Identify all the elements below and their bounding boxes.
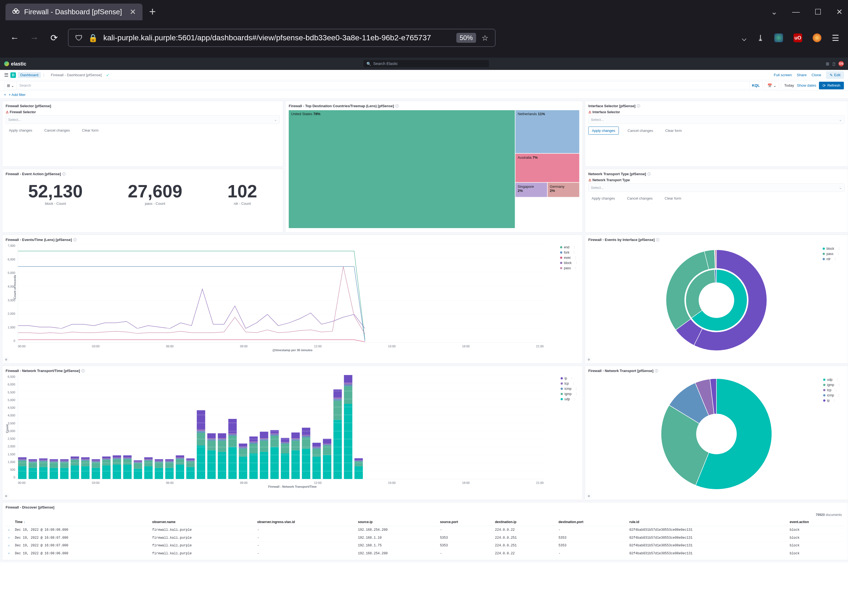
apply-changes-button[interactable]: Apply changes — [589, 127, 619, 135]
show-dates-link[interactable]: Show dates — [797, 83, 817, 88]
column-header[interactable]: destination.ip — [492, 518, 556, 526]
close-tab-icon[interactable]: ✕ — [130, 7, 136, 16]
treemap-cell-sg[interactable]: Singapore2% — [516, 183, 547, 197]
reload-button[interactable]: ⟳ — [48, 32, 60, 44]
new-tab-button[interactable]: + — [149, 5, 156, 18]
panel-treemap: Firewall - Top Destination Countries/Tre… — [285, 101, 583, 233]
shield-icon[interactable]: 🛡 — [75, 33, 83, 43]
info-icon[interactable]: i — [396, 104, 399, 107]
treemap-cell-au[interactable]: Australia 7% — [516, 153, 580, 182]
info-icon[interactable]: i — [73, 238, 77, 241]
help-icon[interactable]: ⍰ — [833, 61, 835, 66]
expand-row-icon[interactable]: › — [6, 542, 12, 549]
extension-1-icon[interactable] — [774, 33, 783, 42]
newsfeed-icon[interactable]: ⊞ — [826, 61, 829, 66]
query-input[interactable]: Search — [17, 82, 750, 90]
svg-rect-150 — [323, 444, 331, 445]
apply-changes-button[interactable]: Apply changes — [589, 194, 618, 202]
events-interface-donut[interactable]: block⋮pass⋮rdr⋮ — [589, 244, 845, 356]
bookmark-star-icon[interactable]: ☆ — [482, 33, 488, 43]
column-header[interactable]: observer.ingress.vlan.id — [254, 518, 355, 526]
user-avatar[interactable]: OS — [838, 61, 844, 67]
svg-rect-82 — [176, 455, 184, 457]
extension-3-icon[interactable] — [812, 33, 821, 42]
filter-options-icon[interactable]: ⊕ — [4, 94, 6, 96]
clear-form-button[interactable]: Clear form — [662, 127, 685, 135]
date-quick-select[interactable]: 📅 ⌄ — [764, 82, 779, 89]
space-selector[interactable]: D — [10, 73, 16, 78]
pocket-icon[interactable]: ⌵ — [742, 33, 747, 43]
panel-transport-type: Network Transport Type [pfSense]i ⚠Netwo… — [585, 169, 848, 233]
svg-rect-80 — [176, 459, 184, 459]
global-search-input[interactable]: 🔍 Search Elastic — [363, 60, 489, 68]
expand-row-icon[interactable]: › — [6, 534, 12, 542]
minimize-icon[interactable]: — — [792, 7, 800, 16]
add-filter-button[interactable]: + Add filter — [9, 93, 26, 97]
column-header[interactable]: observer.name — [150, 518, 254, 526]
cancel-changes-button[interactable]: Cancel changes — [624, 127, 657, 135]
panel-settings-icon[interactable]: ⚙ — [587, 358, 591, 362]
panel-settings-icon[interactable]: ⚙ — [4, 358, 9, 362]
refresh-button[interactable]: ⟳ Refresh — [819, 82, 844, 89]
cancel-changes-button[interactable]: Cancel changes — [624, 194, 656, 202]
overflow-icon[interactable]: ⌄ — [771, 7, 777, 16]
firewall-selector-dropdown[interactable]: Select... ⌄ — [6, 116, 280, 124]
lock-insecure-icon[interactable]: 🔒 — [88, 33, 98, 43]
filter-dropdown[interactable]: ⊞ ⌄ — [4, 82, 17, 89]
breadcrumb-dashboard[interactable]: Dashboard — [18, 72, 41, 78]
fullscreen-link[interactable]: Full screen — [774, 73, 792, 77]
column-header[interactable]: source.port — [437, 518, 492, 526]
edit-button[interactable]: ✎ Edit — [826, 71, 844, 79]
ublock-icon[interactable]: uO — [793, 33, 802, 42]
column-header[interactable]: destination.port — [556, 518, 627, 526]
svg-rect-24 — [60, 462, 68, 468]
panel-settings-icon[interactable]: ⚙ — [587, 494, 591, 499]
cancel-changes-button[interactable]: Cancel changes — [41, 127, 73, 134]
app-menu-icon[interactable]: ☰ — [832, 33, 839, 43]
zoom-badge[interactable]: 50% — [456, 33, 476, 43]
panel-settings-icon[interactable]: ⚙ — [4, 494, 9, 499]
column-header[interactable]: rule.id — [627, 518, 787, 526]
column-header[interactable]: Time ↓ — [12, 518, 150, 526]
table-row[interactable]: ›Dec 19, 2022 @ 16:08:07.000firewall.kal… — [6, 542, 845, 549]
column-header[interactable]: event.action — [787, 518, 844, 526]
info-icon[interactable]: i — [62, 172, 65, 175]
apply-changes-button[interactable]: Apply changes — [6, 127, 36, 134]
treemap-cell-us[interactable]: United States 78% — [289, 110, 515, 228]
nav-toggle-icon[interactable]: ☰ — [4, 72, 9, 78]
url-bar[interactable]: 🛡 🔒 kali-purple.kali.purple:5601/app/das… — [68, 29, 495, 47]
treemap-cell-nl[interactable]: Netherlands 11% — [516, 110, 580, 153]
kql-toggle[interactable]: KQL — [749, 82, 762, 90]
svg-rect-85 — [186, 460, 195, 462]
close-window-icon[interactable]: ✕ — [836, 7, 842, 16]
svg-rect-19 — [50, 462, 58, 468]
treemap-cell-de[interactable]: Germany2% — [548, 183, 579, 197]
transport-type-dropdown[interactable]: Select... ⌄ — [589, 183, 845, 192]
info-icon[interactable]: i — [637, 104, 640, 107]
downloads-icon[interactable]: ⤓ — [757, 33, 764, 43]
treemap-chart[interactable]: United States 78% Netherlands 11% Austra… — [289, 110, 580, 228]
transport-time-chart[interactable]: Count 05001,0001,5002,0002,5003,0003,500… — [6, 375, 580, 487]
expand-row-icon[interactable]: › — [6, 526, 12, 534]
info-icon[interactable]: i — [655, 369, 658, 372]
table-row[interactable]: ›Dec 19, 2022 @ 16:08:07.000firewall.kal… — [6, 534, 845, 542]
interface-selector-dropdown[interactable]: Select... ⌄ — [589, 116, 845, 124]
date-range-picker[interactable]: Today — [781, 82, 797, 90]
elastic-logo[interactable]: elastic — [4, 61, 26, 67]
info-icon[interactable]: i — [647, 172, 651, 175]
info-icon[interactable]: i — [656, 238, 660, 241]
column-header[interactable]: source.ip — [355, 518, 437, 526]
browser-tab[interactable]: Firewall - Dashboard [pfSense] ✕ — [6, 4, 142, 20]
expand-row-icon[interactable]: › — [6, 549, 12, 557]
share-link[interactable]: Share — [797, 73, 806, 77]
clone-link[interactable]: Clone — [812, 73, 821, 77]
table-row[interactable]: ›Dec 19, 2022 @ 16:08:06.000firewall.kal… — [6, 549, 845, 557]
events-time-chart[interactable]: Count of records 01,0002,0003,0004,0005,… — [6, 244, 580, 351]
table-row[interactable]: ›Dec 19, 2022 @ 16:08:08.000firewall.kal… — [6, 526, 845, 534]
clear-form-button[interactable]: Clear form — [79, 127, 102, 134]
maximize-icon[interactable]: ☐ — [815, 7, 821, 16]
transport-donut[interactable]: udp⋮igmp⋮tcp⋮icmp⋮ip⋮ — [589, 375, 845, 493]
clear-form-button[interactable]: Clear form — [661, 194, 685, 202]
back-button[interactable]: ← — [9, 32, 20, 44]
info-icon[interactable]: i — [82, 369, 85, 372]
